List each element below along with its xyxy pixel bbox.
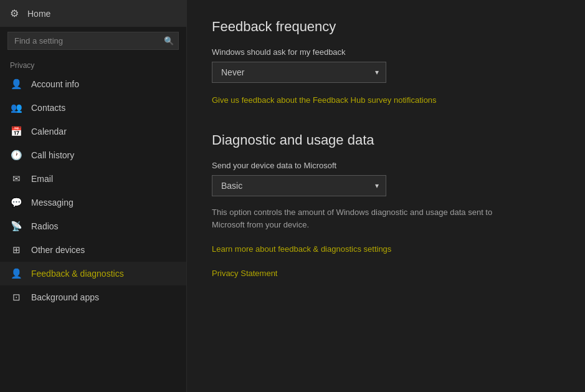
sidebar-item-label: Email [31, 174, 53, 184]
feedback-dropdown-wrap: Automatically (Recommended) Always Once … [212, 62, 386, 83]
feedback-frequency-dropdown[interactable]: Automatically (Recommended) Always Once … [212, 62, 386, 83]
sidebar-item-feedback-diagnostics[interactable]: 👤 Feedback & diagnostics [0, 262, 186, 285]
sidebar-item-label: Radios [31, 221, 59, 231]
sidebar-item-account-info[interactable]: 👤 Account info [0, 72, 186, 96]
feedback-title: Feedback frequency [212, 19, 560, 35]
sidebar-item-call-history[interactable]: 🕐 Call history [0, 143, 186, 167]
feedback-diagnostics-icon: 👤 [10, 268, 22, 279]
diagnostic-field-label: Send your device data to Microsoft [212, 161, 560, 170]
feedback-field-label: Windows should ask for my feedback [212, 47, 560, 57]
sidebar-item-email[interactable]: ✉ Email [0, 167, 186, 191]
background-apps-icon: ⊡ [10, 292, 22, 303]
sidebar-item-label: Contacts [31, 103, 65, 113]
sidebar-item-label: Call history [31, 150, 74, 160]
diagnostic-section: Diagnostic and usage data Send your devi… [212, 132, 560, 290]
sidebar-item-contacts[interactable]: 👥 Contacts [0, 96, 186, 120]
sidebar-item-label: Feedback & diagnostics [31, 269, 124, 279]
sidebar-item-background-apps[interactable]: ⊡ Background apps [0, 285, 186, 309]
diagnostic-description: This option controls the amount of Windo… [212, 206, 511, 231]
privacy-statement-link[interactable]: Privacy Statement [212, 269, 278, 278]
call-history-icon: 🕐 [10, 150, 22, 161]
sidebar-item-label: Account info [31, 79, 79, 89]
main-content: Feedback frequency Windows should ask fo… [187, 0, 585, 392]
calendar-icon: 📅 [10, 126, 22, 137]
messaging-icon: 💬 [10, 197, 22, 208]
home-icon: ⚙ [10, 7, 19, 19]
account-info-icon: 👤 [10, 79, 22, 90]
sidebar-item-label: Messaging [31, 198, 74, 208]
sidebar-item-label: Other devices [31, 245, 85, 255]
search-button[interactable]: 🔍 [164, 36, 174, 45]
radios-icon: 📡 [10, 221, 22, 232]
sidebar-item-calendar[interactable]: 📅 Calendar [0, 120, 186, 143]
sidebar-item-radios[interactable]: 📡 Radios [0, 214, 186, 238]
diagnostic-data-dropdown[interactable]: Basic Full [212, 175, 386, 196]
diagnostic-dropdown-wrap: Basic Full ▾ [212, 175, 386, 196]
search-box: 🔍 [7, 32, 179, 50]
diagnostic-title: Diagnostic and usage data [212, 132, 560, 148]
sidebar: ⚙ Home 🔍 Privacy 👤 Account info 👥 Contac… [0, 0, 187, 392]
email-icon: ✉ [10, 173, 22, 184]
home-nav-item[interactable]: ⚙ Home [0, 0, 186, 27]
other-devices-icon: ⊞ [10, 244, 22, 256]
privacy-section-label: Privacy [0, 55, 186, 72]
sidebar-item-label: Calendar [31, 127, 67, 136]
feedback-section: Feedback frequency Windows should ask fo… [212, 19, 560, 117]
sidebar-item-label: Background apps [31, 292, 99, 302]
contacts-icon: 👥 [10, 102, 22, 113]
feedback-hub-link[interactable]: Give us feedback about the Feedback Hub … [212, 95, 437, 105]
home-label: Home [27, 9, 50, 19]
sidebar-item-messaging[interactable]: 💬 Messaging [0, 191, 186, 214]
search-input[interactable] [7, 32, 179, 50]
learn-more-link[interactable]: Learn more about feedback & diagnostics … [212, 244, 391, 254]
sidebar-item-other-devices[interactable]: ⊞ Other devices [0, 238, 186, 262]
